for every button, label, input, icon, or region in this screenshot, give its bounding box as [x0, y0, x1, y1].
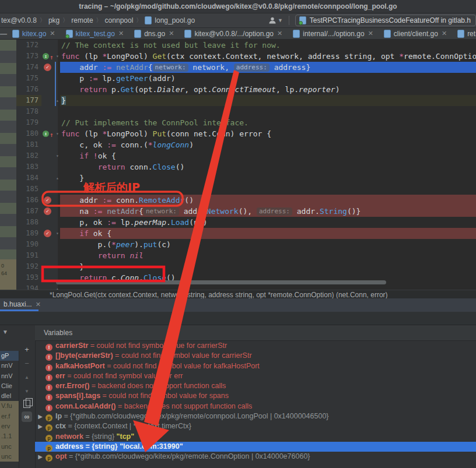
- editor-tab-retryer-go[interactable]: retryer.go✕: [452, 28, 476, 39]
- gutter-cell[interactable]: [41, 173, 55, 184]
- horizontal-scrollbar-thumb[interactable]: [56, 280, 386, 284]
- fold-marker-icon[interactable]: ▾: [55, 150, 60, 161]
- stack-frame-item[interactable]: nnV: [0, 361, 19, 371]
- stack-frame-item[interactable]: dlel: [0, 391, 19, 401]
- code-line[interactable]: 179// Put implements the ConnPool interf…: [16, 117, 476, 128]
- user-account-icon[interactable]: ▼: [268, 16, 283, 24]
- breakpoint-verified-icon[interactable]: ✓: [44, 196, 51, 204]
- code-line[interactable]: 172// The context is not used but leave …: [16, 40, 476, 51]
- close-icon[interactable]: ✕: [368, 30, 373, 37]
- code-line[interactable]: 184▴ }: [16, 173, 476, 184]
- variable-row--byte-carrierStr-[interactable]: ![]byte(carrierStr) = could not find sym…: [35, 351, 476, 361]
- code-line[interactable]: 190 p.(*peer).put(c): [16, 239, 476, 250]
- gutter-cell[interactable]: ↥↑: [41, 128, 55, 139]
- close-icon[interactable]: ✕: [277, 30, 282, 37]
- code-line[interactable]: 173↥↑▾func (lp *LongPool) Get(ctx contex…: [16, 51, 476, 62]
- fold-marker-icon[interactable]: [55, 195, 60, 206]
- gutter-cell[interactable]: [41, 139, 55, 150]
- code-line[interactable]: 181 c, ok := conn.(*longConn): [16, 139, 476, 150]
- code-line[interactable]: 189✓▾ if ok {: [16, 228, 476, 239]
- code-line[interactable]: 191 return nil: [16, 250, 476, 261]
- gutter-cell[interactable]: [41, 106, 55, 117]
- variable-row-conn-LocalAddr-[interactable]: !conn.LocalAddr() = backend does not sup…: [35, 402, 476, 411]
- breadcrumb-item[interactable]: remote: [71, 16, 93, 24]
- stack-frame-item[interactable]: unc: [0, 442, 19, 452]
- expand-chevron-icon[interactable]: ▶: [35, 411, 46, 421]
- add-watch-icon[interactable]: +: [22, 344, 32, 355]
- run-configuration-selector[interactable]: TestRPCTracingBusinessCodeFeatureOff in …: [295, 15, 476, 26]
- variable-row-err[interactable]: !err = could not find symbol value for e…: [35, 371, 476, 381]
- breadcrumb-item[interactable]: tex@v0.0.8: [1, 16, 37, 24]
- gutter-cell[interactable]: [41, 184, 55, 195]
- copy-stack-icon[interactable]: [23, 400, 30, 408]
- code-line[interactable]: 174✓ addr := netAddr{network: network, a…: [16, 62, 476, 73]
- gutter-cell[interactable]: ✓: [41, 195, 55, 206]
- move-up-icon[interactable]: ▲: [22, 372, 32, 383]
- gutter-cell[interactable]: [41, 95, 55, 106]
- fold-marker-icon[interactable]: [55, 217, 60, 228]
- variable-row-spans-i-tags[interactable]: !spans[i].tags = could not find symbol v…: [35, 391, 476, 401]
- code-line[interactable]: 176 return p.Get(opt.Dialer, opt.Connect…: [16, 84, 476, 95]
- gutter-cell[interactable]: ✓: [41, 62, 55, 73]
- code-line[interactable]: 177▴}: [16, 95, 476, 106]
- close-icon[interactable]: ✕: [118, 30, 124, 37]
- editor-tab-dns-go[interactable]: dns.go✕: [129, 28, 179, 39]
- implements-method-icon[interactable]: ↥↑: [43, 52, 54, 60]
- fold-marker-icon[interactable]: ▾: [55, 51, 60, 62]
- variable-row-kafkaHostPort[interactable]: !kafkaHostPort = could not find symbol v…: [35, 361, 476, 371]
- breadcrumb-file[interactable]: long_pool.go: [155, 16, 195, 24]
- chevron-down-icon[interactable]: ▼: [2, 329, 8, 335]
- implements-method-icon[interactable]: ↥↑: [43, 130, 54, 138]
- gutter-cell[interactable]: [41, 161, 55, 173]
- fold-marker-icon[interactable]: [55, 184, 60, 195]
- code-line[interactable]: 182▾ if !ok {: [16, 150, 476, 161]
- close-icon[interactable]: ✕: [36, 301, 41, 308]
- debug-session-tab[interactable]: b.huaxi... ✕: [0, 298, 44, 310]
- editor-tab-internal-option-go[interactable]: internal/.../option.go✕: [288, 28, 379, 39]
- variable-row-carrierStr[interactable]: !carrierStr = could not find symbol valu…: [35, 341, 476, 351]
- fold-marker-icon[interactable]: [55, 250, 60, 261]
- stack-frame-item[interactable]: Clie: [0, 381, 19, 391]
- gutter-cell[interactable]: [41, 283, 55, 290]
- breadcrumb-item[interactable]: connpool: [105, 16, 134, 24]
- close-icon[interactable]: ✕: [50, 30, 55, 37]
- gutter-cell[interactable]: ✓: [41, 206, 55, 217]
- close-icon[interactable]: ✕: [442, 30, 447, 37]
- code-line[interactable]: 178: [16, 106, 476, 117]
- fold-marker-icon[interactable]: ▾: [55, 128, 60, 139]
- expand-chevron-icon[interactable]: ▶: [35, 421, 46, 431]
- remove-watch-icon[interactable]: −: [22, 358, 32, 369]
- stack-frame-item[interactable]: unc: [0, 452, 19, 462]
- code-line[interactable]: 186✓ addr := conn.RemoteAddr(): [16, 195, 476, 206]
- gutter-cell[interactable]: [41, 217, 55, 228]
- stack-frame-item[interactable]: er.f: [0, 411, 19, 421]
- gutter-cell[interactable]: [41, 150, 55, 161]
- expand-chevron-icon[interactable]: ▶: [35, 452, 46, 462]
- variable-row-network[interactable]: pnetwork = {string} "tcp": [35, 432, 476, 442]
- code-line[interactable]: 180↥↑▾func (lp *LongPool) Put(conn net.C…: [16, 128, 476, 139]
- gutter-cell[interactable]: [41, 84, 55, 95]
- gutter-cell[interactable]: ✓: [41, 228, 55, 239]
- code-line[interactable]: 185: [16, 184, 476, 195]
- fold-marker-icon[interactable]: ▾: [55, 228, 60, 239]
- fold-marker-icon[interactable]: [55, 117, 60, 128]
- variable-row-opt[interactable]: ▶popt = {*github.com/cloudwego/kitex/pkg…: [35, 452, 476, 462]
- gutter-cell[interactable]: ↥↑: [41, 51, 55, 62]
- stack-frame-item[interactable]: gP: [0, 351, 19, 361]
- fold-marker-icon[interactable]: [55, 161, 60, 173]
- code-line[interactable]: 192▴ }: [16, 261, 476, 272]
- code-line[interactable]: 183 return conn.Close(): [16, 161, 476, 173]
- code-editor[interactable]: 172// The context is not used but leave …: [16, 40, 476, 290]
- stack-frame-item[interactable]: nnV: [0, 371, 19, 381]
- code-line[interactable]: 187✓ na := netAddr{network: addr.Network…: [16, 206, 476, 217]
- editor-tab-kitex-v0-0-8-option-go[interactable]: kitex@v0.0.8/.../option.go✕: [179, 28, 288, 39]
- editor-tab-kitex-go[interactable]: kitex.go✕: [7, 28, 61, 39]
- fold-marker-icon[interactable]: [55, 206, 60, 217]
- stack-frame-item[interactable]: .1.1: [0, 431, 19, 441]
- gutter-cell[interactable]: [41, 73, 55, 84]
- breakpoint-verified-icon[interactable]: ✓: [44, 207, 51, 215]
- code-line[interactable]: 175 p := lp.getPeer(addr): [16, 73, 476, 84]
- gutter-cell[interactable]: [41, 261, 55, 272]
- stack-frame-item[interactable]: V.fu: [0, 401, 19, 411]
- variable-row-ctx[interactable]: ▶pctx = {context.Context | *context.time…: [35, 421, 476, 431]
